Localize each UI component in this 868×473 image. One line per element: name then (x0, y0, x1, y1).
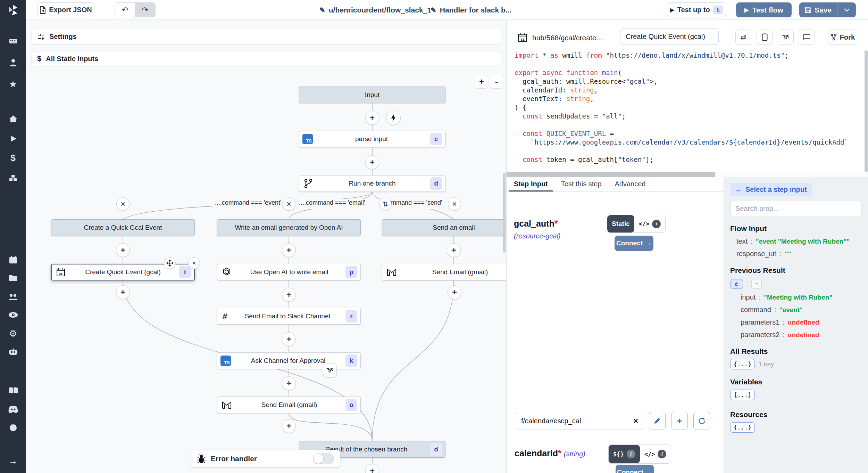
node-branch-send[interactable]: Send an email (382, 219, 507, 236)
resource-path-input[interactable]: f/calendar/escp_cal × (516, 412, 643, 430)
javascript-mode-button[interactable]: </>i (634, 215, 666, 233)
all-results-object-badge[interactable]: {...} (730, 359, 755, 369)
node-input[interactable]: Input (299, 87, 445, 103)
info-icon[interactable]: i (652, 220, 661, 228)
groups-icon[interactable] (0, 289, 26, 304)
error-handler-toggle[interactable] (313, 453, 334, 464)
cache-button[interactable] (757, 30, 773, 45)
save-dropdown-button[interactable] (837, 2, 856, 17)
settings-gear-icon[interactable]: ⚙ (0, 326, 26, 341)
trigger-bolt-button[interactable] (386, 111, 401, 125)
node-gmail-step-2[interactable]: Send Email (gmail) o (217, 397, 361, 413)
add-step-button[interactable]: + (116, 285, 130, 299)
ai-robot-icon[interactable] (0, 344, 26, 359)
flow-path-breadcrumb[interactable]: ✎ u/henricourdent/flow_slack_1 (319, 0, 431, 20)
hub-script-path[interactable]: hub/568/gcal/create... (532, 34, 602, 42)
calendar-id-connect-button[interactable]: Connect→ (616, 465, 654, 473)
variables-object-badge[interactable]: {...} (730, 390, 755, 400)
refresh-resource-button[interactable] (693, 412, 710, 430)
add-resource-button[interactable]: + (671, 412, 688, 430)
node-approval-step[interactable]: TS Ask Channel for Approval k (217, 352, 361, 369)
code-hscrollbar[interactable] (507, 172, 868, 177)
tab-advanced[interactable]: Advanced (609, 177, 651, 191)
tab-test-this-step[interactable]: Test this step (556, 177, 607, 191)
flow-canvas[interactable]: Settings $ All Static Inputs + - Input +… (26, 20, 507, 473)
prop-row[interactable]: parameters2:undefined (730, 331, 862, 339)
info-icon[interactable]: i (627, 450, 635, 458)
template-mode-button[interactable]: ${}i (609, 445, 640, 463)
resources-icon[interactable] (0, 170, 26, 186)
prop-row[interactable]: input:"Meeting with Ruben" (730, 293, 862, 301)
edit-resource-button[interactable] (649, 412, 666, 430)
javascript-mode-button[interactable]: </>i (640, 445, 671, 463)
audit-eye-icon[interactable] (0, 307, 26, 323)
add-step-button[interactable]: + (365, 155, 379, 169)
remove-branch-button[interactable]: × (116, 197, 130, 211)
move-branch-button[interactable]: ⇅ (379, 198, 392, 210)
fork-button[interactable]: Fork (828, 30, 857, 45)
code-editor[interactable]: import * as wmill from "https://deno.lan… (507, 51, 868, 171)
schedules-icon[interactable] (0, 252, 26, 268)
node-slack-step[interactable]: # Send Email to Slack Channel r (217, 308, 361, 325)
sleep-button[interactable] (799, 30, 815, 45)
windmill-logo[interactable] (0, 0, 26, 20)
select-step-input-button[interactable]: ← Select a step input (730, 183, 812, 196)
reload-script-button[interactable]: ⇄ (735, 30, 751, 45)
gcal-auth-connect-button[interactable]: Connect→ (615, 236, 653, 251)
undo-button[interactable]: ↶ (115, 3, 135, 17)
suspend-button[interactable] (778, 30, 794, 45)
variables-icon[interactable]: $ (0, 150, 26, 165)
all-static-inputs-bar[interactable]: $ All Static Inputs (32, 51, 501, 66)
info-icon[interactable]: i (658, 450, 666, 458)
static-mode-button[interactable]: Static (607, 215, 634, 233)
prop-row[interactable]: parameters1:undefined (730, 318, 862, 326)
resources-object-badge[interactable]: {...} (730, 422, 755, 433)
node-branch-openai[interactable]: Write an email generated by Open AI (217, 219, 361, 236)
add-step-button[interactable]: + (447, 243, 461, 257)
prop-row[interactable]: command:"event" (730, 306, 862, 314)
home-icon[interactable] (0, 111, 26, 127)
runs-icon[interactable] (0, 131, 26, 146)
delete-step-button[interactable]: × (188, 257, 200, 269)
redo-button[interactable]: ↷ (135, 3, 155, 17)
user-icon[interactable] (0, 55, 26, 70)
flow-settings-bar[interactable]: Settings (32, 29, 501, 44)
save-button[interactable]: Save (799, 2, 837, 17)
add-step-button[interactable]: + (282, 376, 296, 390)
remove-branch-button[interactable]: × (448, 197, 461, 211)
test-flow-button[interactable]: ▶ Test flow (736, 2, 792, 17)
discord-icon[interactable] (0, 402, 26, 417)
clear-resource-button[interactable]: × (633, 416, 638, 426)
node-gmail-step-1[interactable]: Send Email (gmail) (382, 264, 507, 280)
add-step-button[interactable]: + (448, 285, 461, 299)
node-openai-step[interactable]: Use Open AI to write email p (217, 264, 361, 280)
folders-icon[interactable] (0, 270, 26, 286)
node-run-one-branch[interactable]: Run one branch d (299, 175, 445, 192)
suspend-resume-button[interactable] (323, 364, 337, 377)
node-parse-input[interactable]: TS parse input c (299, 131, 445, 147)
flow-summary-breadcrumb[interactable]: ✎ Handler for slack b... (431, 0, 511, 20)
drag-step-handle[interactable] (164, 257, 176, 269)
prop-row[interactable]: response_url:"" (730, 250, 862, 258)
star-icon[interactable]: ★ (0, 76, 26, 92)
result-key-badge[interactable]: c (730, 279, 743, 289)
github-icon[interactable] (0, 420, 26, 435)
collapse-button[interactable]: − (751, 279, 762, 289)
prop-row[interactable]: text:"event "Meeting with Ruben"" (730, 237, 862, 245)
add-step-button[interactable]: + (116, 243, 130, 257)
step-name-input[interactable] (620, 28, 719, 45)
add-step-button[interactable]: + (365, 111, 379, 125)
export-json-button[interactable]: Export JSON (37, 2, 94, 17)
test-up-to-button[interactable]: ▶ Test up to t (667, 2, 726, 17)
canvas-scrollbar[interactable] (503, 173, 506, 253)
zoom-in-button[interactable]: + (475, 75, 488, 89)
tab-step-input[interactable]: Step Input (509, 177, 553, 191)
keyboard-icon[interactable] (0, 33, 26, 49)
remove-branch-button[interactable]: × (282, 197, 295, 211)
add-step-button[interactable]: + (282, 288, 296, 302)
add-step-button[interactable]: + (282, 243, 296, 257)
node-branch-gcal[interactable]: Create a Quick Gcal Event (51, 219, 195, 236)
expand-sidebar-button[interactable]: → (0, 449, 26, 473)
code-vscrollbar[interactable] (865, 50, 868, 172)
add-step-button[interactable]: + (282, 419, 296, 433)
